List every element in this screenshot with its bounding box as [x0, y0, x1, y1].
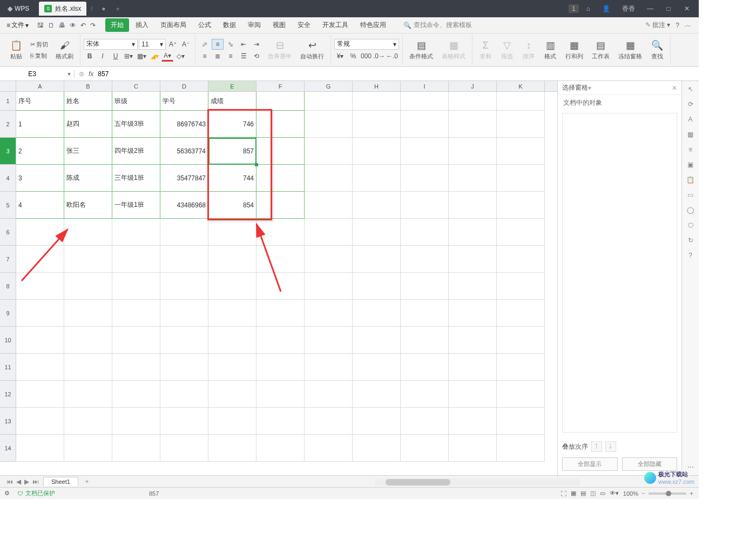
freeze-panes-button[interactable]: ▦冻结窗格	[615, 38, 645, 62]
cell[interactable]	[305, 165, 353, 192]
notification-badge[interactable]: 1	[569, 4, 579, 13]
cell[interactable]	[353, 408, 401, 435]
cell[interactable]	[160, 435, 208, 462]
cell[interactable]	[497, 354, 545, 381]
tab-page-layout[interactable]: 页面布局	[155, 18, 192, 32]
print-icon[interactable]: 🖶	[59, 22, 65, 29]
percent-button[interactable]: %	[347, 51, 359, 62]
cell[interactable]	[208, 246, 256, 273]
cell[interactable]	[64, 435, 112, 462]
cell[interactable]	[401, 300, 449, 327]
border-button[interactable]: ⊞▾	[123, 51, 134, 62]
find-button[interactable]: 🔍查找	[647, 38, 667, 62]
refresh-icon[interactable]: ⟳	[688, 100, 693, 108]
row-header[interactable]: 11	[0, 354, 16, 381]
fullscreen-icon[interactable]: ⛶	[561, 490, 566, 497]
cell[interactable]	[16, 300, 64, 327]
cell[interactable]	[256, 300, 305, 327]
cell[interactable]	[256, 111, 305, 138]
font-color-button[interactable]: A▾	[161, 51, 173, 62]
cell[interactable]	[112, 246, 160, 273]
cell[interactable]	[256, 327, 305, 354]
cell[interactable]	[449, 408, 497, 435]
row-col-button[interactable]: ▦行和列	[562, 38, 586, 62]
command-search[interactable]: 🔍 查找命令、搜索模板	[403, 21, 472, 30]
zoom-value[interactable]: 100%	[623, 490, 638, 497]
scrollbar-thumb[interactable]	[386, 479, 450, 485]
cell[interactable]	[497, 327, 545, 354]
copy-button[interactable]: ⎘复制	[28, 51, 50, 61]
help-button[interactable]: ?	[676, 22, 679, 29]
cell[interactable]: 一年级1班	[112, 192, 160, 219]
cell[interactable]	[256, 219, 305, 246]
cancel-edit-icon[interactable]: ⊚	[79, 70, 84, 78]
tab-review[interactable]: 审阅	[242, 18, 266, 32]
increase-decimal-button[interactable]: .0→	[373, 51, 385, 62]
cell[interactable]	[160, 246, 208, 273]
fx-icon[interactable]: fx	[89, 70, 93, 78]
page-break-icon[interactable]: ◫	[590, 490, 596, 497]
cell[interactable]	[353, 246, 401, 273]
cell[interactable]	[305, 300, 353, 327]
align-center-button[interactable]: ≣	[212, 51, 224, 62]
cell[interactable]	[353, 192, 401, 219]
save-icon[interactable]: 🖫	[37, 22, 44, 29]
cell[interactable]: 陈成	[64, 165, 112, 192]
protected-status[interactable]: 🛡文档已保护	[17, 489, 55, 497]
align-middle-button[interactable]: ≡	[212, 39, 224, 50]
cell[interactable]	[353, 111, 401, 138]
horizontal-scrollbar[interactable]	[375, 478, 580, 486]
cell[interactable]	[449, 273, 497, 300]
cell[interactable]	[64, 246, 112, 273]
cell[interactable]: 欧阳名	[64, 192, 112, 219]
col-header[interactable]: E	[208, 81, 256, 91]
cell[interactable]	[449, 354, 497, 381]
row-header[interactable]: 8	[0, 273, 16, 300]
cell[interactable]: 744	[208, 165, 256, 192]
cell[interactable]	[16, 408, 64, 435]
tab-menu-icon[interactable]: ⁝	[86, 5, 97, 12]
cell[interactable]	[208, 273, 256, 300]
comma-button[interactable]: 000	[360, 51, 372, 62]
bold-button[interactable]: B	[84, 51, 96, 62]
cell[interactable]: 56363774	[160, 138, 208, 165]
name-box-input[interactable]	[0, 70, 64, 78]
cell[interactable]: 4	[16, 192, 64, 219]
list-icon[interactable]: ≡	[688, 146, 692, 153]
cell[interactable]: 2	[16, 138, 64, 165]
cell[interactable]	[160, 381, 208, 408]
cell[interactable]	[353, 165, 401, 192]
add-sheet-button[interactable]: ＋	[79, 477, 94, 486]
panel-object-list[interactable]	[562, 113, 677, 433]
cell[interactable]	[353, 138, 401, 165]
paste-button[interactable]: 📋粘贴	[6, 38, 26, 62]
bring-forward-button[interactable]: 🡑	[591, 441, 602, 452]
row-header[interactable]: 14	[0, 435, 16, 462]
cell[interactable]	[497, 92, 545, 111]
cell[interactable]	[305, 381, 353, 408]
cell[interactable]	[449, 435, 497, 462]
cell[interactable]	[16, 246, 64, 273]
tab-close-icon[interactable]: ●	[97, 5, 110, 12]
decrease-decimal-button[interactable]: ←.0	[386, 51, 398, 62]
redo-icon[interactable]: ↷	[90, 22, 96, 29]
cell[interactable]	[353, 92, 401, 111]
cell[interactable]	[305, 354, 353, 381]
cell[interactable]	[401, 246, 449, 273]
cell[interactable]	[208, 219, 256, 246]
sum-button[interactable]: Σ求和	[476, 39, 495, 62]
user-name[interactable]: 香香	[618, 2, 639, 16]
settings-icon[interactable]: ⚙	[4, 490, 10, 497]
row-header[interactable]: 5	[0, 192, 16, 219]
cell[interactable]	[112, 273, 160, 300]
cell[interactable]	[256, 92, 305, 111]
cell[interactable]: 35477847	[160, 165, 208, 192]
annotate-button[interactable]: ✎ 批注 ▾	[645, 21, 671, 30]
number-format-select[interactable]: 常规▾	[334, 39, 399, 50]
format-painter-button[interactable]: 🖌格式刷	[52, 39, 77, 62]
increase-indent-button[interactable]: ⇥	[251, 39, 262, 50]
cell[interactable]: 三年级1班	[112, 165, 160, 192]
spreadsheet-grid[interactable]: A B C D E F G H I J K 1 序号 姓名 班级 学号	[0, 81, 557, 475]
cell[interactable]	[497, 246, 545, 273]
cell[interactable]	[208, 381, 256, 408]
